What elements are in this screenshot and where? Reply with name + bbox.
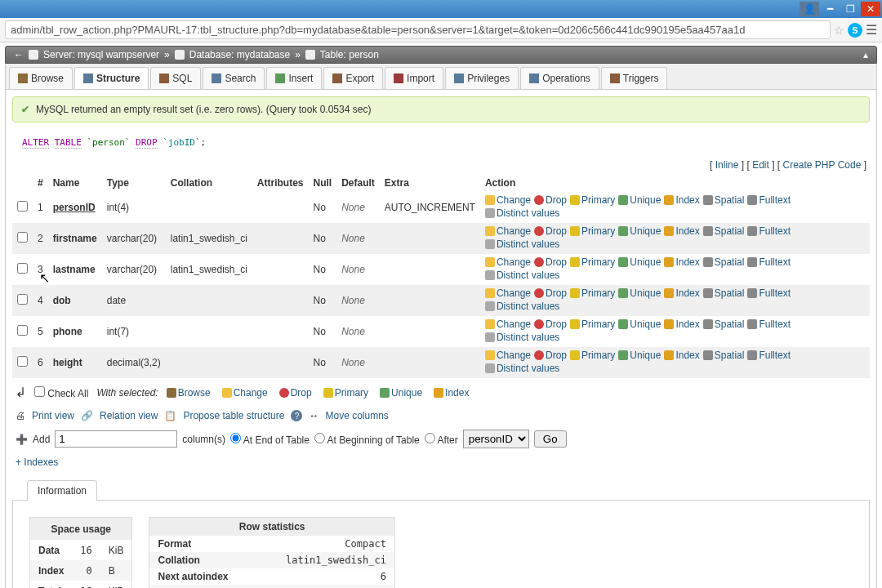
spatial-link[interactable]: Spatial <box>703 318 745 330</box>
tab-search[interactable]: Search <box>203 67 265 89</box>
primary-link[interactable]: Primary <box>570 318 615 330</box>
drop-link[interactable]: Drop <box>534 318 567 330</box>
primary-link[interactable]: Primary <box>570 350 615 361</box>
row-checkbox[interactable] <box>17 325 28 336</box>
row-checkbox[interactable] <box>17 232 28 243</box>
bookmark-icon[interactable]: ☆ <box>834 24 844 37</box>
propose-structure[interactable]: Propose table structure <box>183 410 284 421</box>
index-link[interactable]: Index <box>664 256 699 268</box>
tab-browse[interactable]: Browse <box>9 67 73 89</box>
primary-link[interactable]: Primary <box>570 225 615 237</box>
indexes-toggle[interactable]: + Indexes <box>12 453 870 471</box>
collapse-icon[interactable]: ▴ <box>863 49 868 60</box>
primary-link[interactable]: Primary <box>570 194 615 206</box>
bulk-drop[interactable]: Drop <box>279 387 312 399</box>
spatial-link[interactable]: Spatial <box>703 287 745 299</box>
tab-insert[interactable]: Insert <box>266 67 322 89</box>
back-icon[interactable]: ← <box>14 49 24 60</box>
distinct-link[interactable]: Distinct values <box>485 207 559 219</box>
tab-sql[interactable]: SQL <box>150 67 201 89</box>
close-button[interactable]: ✕ <box>861 2 880 16</box>
move-columns[interactable]: Move columns <box>325 410 388 421</box>
unique-link[interactable]: Unique <box>618 194 661 206</box>
unique-link[interactable]: Unique <box>618 225 661 237</box>
url-input[interactable] <box>5 20 831 39</box>
go-button[interactable]: Go <box>534 430 567 448</box>
unique-link[interactable]: Unique <box>618 318 661 330</box>
change-link[interactable]: Change <box>485 350 531 361</box>
maximize-button[interactable]: ❐ <box>840 2 860 16</box>
spatial-link[interactable]: Spatial <box>703 256 745 268</box>
drop-link[interactable]: Drop <box>534 194 567 206</box>
fulltext-link[interactable]: Fulltext <box>747 287 791 299</box>
create-php-link[interactable]: Create PHP Code <box>782 159 861 171</box>
distinct-link[interactable]: Distinct values <box>485 332 559 343</box>
drop-link[interactable]: Drop <box>534 256 567 268</box>
info-tab[interactable]: Information <box>27 480 97 501</box>
primary-link[interactable]: Primary <box>570 287 615 299</box>
distinct-link[interactable]: Distinct values <box>485 238 559 250</box>
at-begin-radio[interactable]: At Beginning of Table <box>314 433 420 446</box>
index-link[interactable]: Index <box>664 225 699 237</box>
fulltext-link[interactable]: Fulltext <box>747 225 791 237</box>
relation-view[interactable]: Relation view <box>100 410 158 421</box>
after-radio[interactable]: After <box>425 433 458 446</box>
row-checkbox[interactable] <box>17 263 28 274</box>
print-view[interactable]: Print view <box>32 410 74 421</box>
unique-link[interactable]: Unique <box>618 350 661 361</box>
spatial-link[interactable]: Spatial <box>703 350 745 361</box>
change-link[interactable]: Change <box>485 194 531 206</box>
fulltext-link[interactable]: Fulltext <box>747 194 791 206</box>
database-link[interactable]: Database: mydatabase <box>189 49 290 60</box>
change-link[interactable]: Change <box>485 256 531 268</box>
index-link[interactable]: Index <box>664 318 699 330</box>
help-icon[interactable]: ? <box>291 410 302 421</box>
add-count-input[interactable] <box>55 430 177 448</box>
tab-structure[interactable]: Structure <box>74 67 149 89</box>
skype-icon[interactable]: S <box>848 23 862 38</box>
menu-icon[interactable]: ☰ <box>866 22 877 38</box>
bulk-change[interactable]: Change <box>222 387 268 399</box>
inline-link[interactable]: Inline <box>715 159 739 171</box>
spatial-link[interactable]: Spatial <box>703 225 745 237</box>
minimize-button[interactable]: ━ <box>820 2 840 16</box>
bulk-unique[interactable]: Unique <box>380 387 422 399</box>
fulltext-link[interactable]: Fulltext <box>747 350 791 361</box>
after-select[interactable]: personID <box>463 430 529 448</box>
tab-export[interactable]: Export <box>323 67 383 89</box>
distinct-link[interactable]: Distinct values <box>485 363 559 374</box>
change-link[interactable]: Change <box>485 287 531 299</box>
tab-operations[interactable]: Operations <box>520 67 599 89</box>
server-link[interactable]: Server: mysql wampserver <box>43 49 159 60</box>
row-checkbox[interactable] <box>17 201 28 212</box>
fulltext-link[interactable]: Fulltext <box>747 318 791 330</box>
bulk-index[interactable]: Index <box>434 387 469 399</box>
change-link[interactable]: Change <box>485 225 531 237</box>
tab-privileges[interactable]: Privileges <box>445 67 519 89</box>
fulltext-link[interactable]: Fulltext <box>747 256 791 268</box>
change-link[interactable]: Change <box>485 318 531 330</box>
unique-link[interactable]: Unique <box>618 256 661 268</box>
row-checkbox[interactable] <box>17 294 28 305</box>
drop-link[interactable]: Drop <box>534 350 567 361</box>
unique-link[interactable]: Unique <box>618 287 661 299</box>
tab-import[interactable]: Import <box>385 67 443 89</box>
index-link[interactable]: Index <box>664 194 699 206</box>
tab-triggers[interactable]: Triggers <box>601 67 668 89</box>
bulk-primary[interactable]: Primary <box>323 387 368 399</box>
distinct-link[interactable]: Distinct values <box>485 301 559 312</box>
check-all[interactable]: Check All <box>34 386 88 399</box>
distinct-link[interactable]: Distinct values <box>485 270 559 281</box>
index-link[interactable]: Index <box>664 287 699 299</box>
drop-link[interactable]: Drop <box>534 287 567 299</box>
bulk-browse[interactable]: Browse <box>167 387 211 399</box>
edit-link[interactable]: Edit <box>752 159 769 171</box>
index-link[interactable]: Index <box>664 350 699 361</box>
user-icon[interactable]: 👤 <box>800 2 819 16</box>
row-checkbox[interactable] <box>17 356 28 367</box>
at-end-radio[interactable]: At End of Table <box>230 433 310 446</box>
drop-link[interactable]: Drop <box>534 225 567 237</box>
primary-link[interactable]: Primary <box>570 256 615 268</box>
table-link[interactable]: Table: person <box>320 49 379 60</box>
spatial-link[interactable]: Spatial <box>703 194 745 206</box>
